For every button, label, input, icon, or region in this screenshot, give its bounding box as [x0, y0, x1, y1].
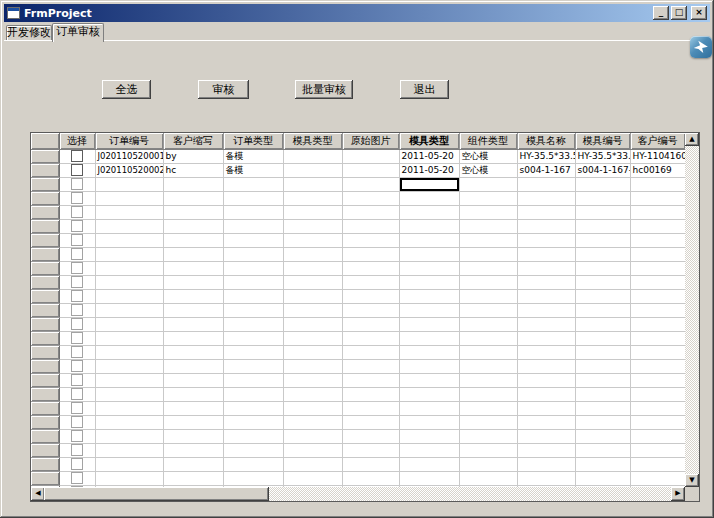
vertical-scrollbar[interactable]: ▲ ▼ — [685, 133, 699, 487]
grid-cell[interactable] — [575, 219, 630, 233]
grid-cell[interactable] — [630, 387, 685, 401]
grid-cell[interactable] — [517, 429, 575, 443]
grid-cell[interactable] — [223, 415, 283, 429]
grid-cell[interactable] — [223, 387, 283, 401]
select-cell[interactable] — [59, 471, 95, 485]
grid-cell[interactable] — [517, 359, 575, 373]
column-header[interactable]: 原始图片 — [342, 133, 399, 149]
scroll-up-icon[interactable]: ▲ — [685, 133, 699, 146]
grid-cell[interactable] — [399, 457, 459, 471]
grid-cell[interactable]: by — [163, 149, 223, 163]
select-cell[interactable] — [59, 317, 95, 331]
grid-cell[interactable] — [517, 289, 575, 303]
grid-cell[interactable] — [575, 387, 630, 401]
grid-cell[interactable] — [517, 247, 575, 261]
grid-cell[interactable] — [459, 233, 517, 247]
review-button[interactable]: 审核 — [198, 80, 249, 99]
row-header[interactable] — [31, 247, 59, 261]
select-cell[interactable] — [59, 289, 95, 303]
row-header[interactable] — [31, 219, 59, 233]
grid-cell[interactable] — [283, 191, 342, 205]
grid-cell[interactable] — [95, 247, 163, 261]
focused-cell[interactable] — [399, 177, 459, 191]
grid-cell[interactable] — [575, 401, 630, 415]
grid-cell[interactable] — [459, 471, 517, 485]
grid-cell[interactable] — [95, 261, 163, 275]
scroll-left-icon[interactable]: ◀ — [31, 487, 45, 501]
grid-cell[interactable] — [342, 457, 399, 471]
grid-cell[interactable] — [399, 331, 459, 345]
grid-cell[interactable] — [163, 471, 223, 485]
grid-cell[interactable]: HY-35.5*33.54 — [517, 149, 575, 163]
grid-cell[interactable] — [517, 261, 575, 275]
grid-cell[interactable] — [342, 247, 399, 261]
grid-cell[interactable] — [630, 261, 685, 275]
grid-cell[interactable] — [283, 247, 342, 261]
grid-cell[interactable] — [283, 149, 342, 163]
grid-cell[interactable] — [630, 177, 685, 191]
grid-cell[interactable] — [399, 317, 459, 331]
grid-cell[interactable] — [342, 345, 399, 359]
grid-cell[interactable] — [459, 317, 517, 331]
grid-cell[interactable]: hc00169 — [630, 163, 685, 177]
select-cell[interactable] — [59, 233, 95, 247]
exit-button[interactable]: 退出 — [400, 80, 449, 99]
grid-cell[interactable] — [342, 205, 399, 219]
grid-cell[interactable] — [163, 247, 223, 261]
grid-cell[interactable]: J020110520001 — [95, 149, 163, 163]
column-header[interactable]: 组件类型 — [459, 133, 517, 149]
grid-cell[interactable] — [223, 443, 283, 457]
grid-cell[interactable] — [459, 177, 517, 191]
grid-cell[interactable] — [459, 443, 517, 457]
grid-cell[interactable] — [342, 275, 399, 289]
grid-cell[interactable] — [630, 429, 685, 443]
row-checkbox[interactable] — [71, 276, 83, 288]
grid-cell[interactable] — [399, 429, 459, 443]
grid-cell[interactable] — [342, 177, 399, 191]
grid-cell[interactable] — [283, 177, 342, 191]
grid-cell[interactable] — [223, 331, 283, 345]
grid-cell[interactable]: 2011-05-20 — [399, 149, 459, 163]
grid-cell[interactable] — [575, 457, 630, 471]
grid-cell[interactable] — [399, 387, 459, 401]
grid-cell[interactable] — [459, 359, 517, 373]
row-checkbox[interactable] — [71, 318, 83, 330]
row-header[interactable] — [31, 303, 59, 317]
grid-cell[interactable] — [575, 261, 630, 275]
row-header[interactable] — [31, 289, 59, 303]
grid-cell[interactable] — [342, 303, 399, 317]
column-header[interactable]: 模具类型 — [399, 133, 459, 149]
grid-cell[interactable] — [95, 415, 163, 429]
select-cell[interactable] — [59, 443, 95, 457]
column-header[interactable]: 模具编号 — [575, 133, 630, 149]
grid-cell[interactable] — [342, 387, 399, 401]
grid-cell[interactable] — [459, 275, 517, 289]
grid-cell[interactable]: hc — [163, 163, 223, 177]
row-header[interactable] — [31, 275, 59, 289]
row-header[interactable] — [31, 471, 59, 485]
grid-cell[interactable] — [95, 233, 163, 247]
vertical-scroll-track[interactable] — [685, 146, 699, 474]
grid-cell[interactable] — [517, 275, 575, 289]
grid-cell[interactable] — [223, 373, 283, 387]
grid-cell[interactable] — [163, 191, 223, 205]
row-checkbox[interactable] — [71, 444, 83, 456]
grid-cell[interactable] — [575, 275, 630, 289]
grid-cell[interactable] — [283, 289, 342, 303]
grid-cell[interactable] — [517, 457, 575, 471]
select-cell[interactable] — [59, 331, 95, 345]
row-header[interactable] — [31, 401, 59, 415]
grid-cell[interactable] — [95, 401, 163, 415]
row-header[interactable] — [31, 331, 59, 345]
grid-cell[interactable] — [399, 443, 459, 457]
select-cell[interactable] — [59, 177, 95, 191]
grid-cell[interactable] — [163, 275, 223, 289]
grid-cell[interactable] — [630, 331, 685, 345]
grid-cell[interactable] — [575, 471, 630, 485]
grid-cell[interactable]: s004-1-167 — [517, 163, 575, 177]
grid-cell[interactable] — [517, 373, 575, 387]
grid-cell[interactable] — [517, 415, 575, 429]
grid-cell[interactable] — [342, 163, 399, 177]
column-header[interactable]: 订单编号 — [95, 133, 163, 149]
column-header[interactable]: 选择 — [59, 133, 95, 149]
